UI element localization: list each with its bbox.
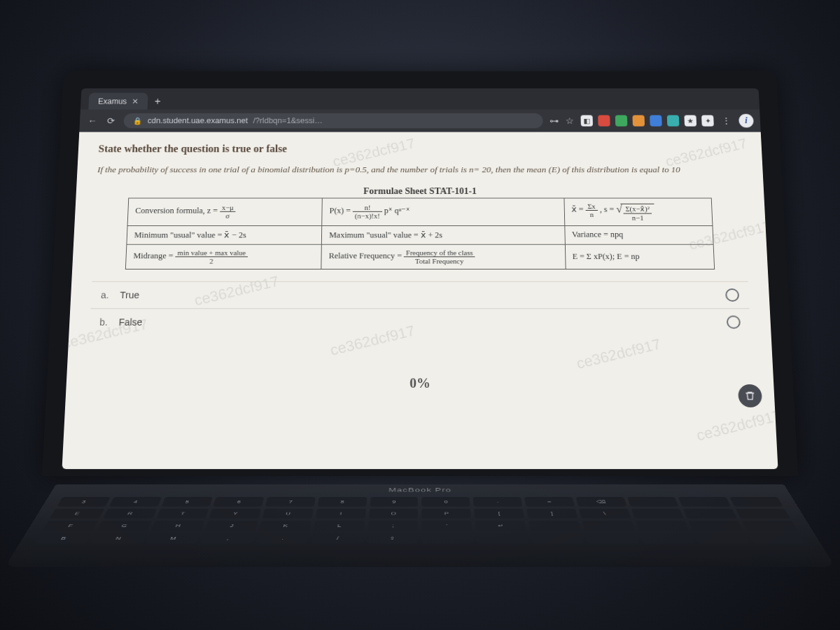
keyboard: MacBook Pro 34567890-=⌫ERTYUIOP[]\FGHJKL… xyxy=(5,484,835,567)
radio-icon[interactable] xyxy=(727,315,741,328)
key: ; xyxy=(368,521,418,531)
key: , xyxy=(201,533,255,544)
key: 5 xyxy=(161,497,213,506)
key xyxy=(422,533,474,544)
key: I xyxy=(316,509,366,519)
key xyxy=(678,497,731,506)
reload-icon[interactable]: ⟳ xyxy=(105,115,118,125)
key: 0 xyxy=(422,497,470,506)
key: / xyxy=(312,533,364,544)
key xyxy=(582,521,635,531)
star-icon[interactable]: ☆ xyxy=(566,115,575,125)
key-icon[interactable]: ⊶ xyxy=(550,115,559,125)
key: H xyxy=(150,521,204,531)
key: . xyxy=(256,533,309,544)
tab-title: Examus xyxy=(98,97,127,106)
browser-tabbar: Examus ✕ + xyxy=(80,88,760,109)
ext-icon[interactable] xyxy=(598,115,610,126)
key xyxy=(748,533,805,544)
key: F xyxy=(43,521,98,531)
info-badge-icon[interactable]: i xyxy=(738,114,754,128)
progress-area: 0% xyxy=(87,375,753,391)
key xyxy=(627,497,679,506)
key xyxy=(531,533,584,544)
key: 4 xyxy=(109,497,162,506)
key xyxy=(730,497,783,506)
back-icon[interactable]: ← xyxy=(86,115,99,125)
key xyxy=(694,533,750,544)
close-tab-icon[interactable]: ✕ xyxy=(132,97,139,106)
formula-cell: x̄ = Σxn , s = Σ(x−x̄)²n−1 xyxy=(564,198,713,225)
key: ↵ xyxy=(475,521,526,531)
key: \ xyxy=(579,509,631,519)
ext-icon[interactable] xyxy=(615,115,628,126)
url-host: cdn.student.uae.examus.net xyxy=(148,116,248,125)
key xyxy=(585,533,639,544)
browser-address-bar: ← ⟳ 🔒 cdn.student.uae.examus.net/?rldbqn… xyxy=(79,109,760,132)
option-key: b. xyxy=(99,316,119,327)
key xyxy=(640,533,695,544)
key: [ xyxy=(474,509,524,519)
screen: Examus ✕ + ← ⟳ 🔒 cdn.student.uae.examus.… xyxy=(62,88,778,469)
ext-icon[interactable]: ✦ xyxy=(701,115,714,126)
radio-icon[interactable] xyxy=(725,288,739,302)
url-field[interactable]: 🔒 cdn.student.uae.examus.net/?rldbqn=1&s… xyxy=(123,113,543,128)
page-content: ce362dcf917 ce362dcf917 ce362dcf917 ce36… xyxy=(62,132,778,470)
key: E xyxy=(50,509,104,519)
formula-cell: Variance = npq xyxy=(564,225,713,244)
formula-cell: Conversion formula, z = x−μσ xyxy=(127,198,322,225)
formula-cell: Relative Frequency = Frequency of the cl… xyxy=(321,244,566,269)
formula-sheet-title: Formulae Sheet STAT-101-1 xyxy=(96,186,743,197)
question-instruction: State whether the question is true or fa… xyxy=(98,144,742,155)
ext-icon[interactable] xyxy=(632,115,645,126)
trash-button[interactable] xyxy=(738,384,762,407)
new-tab-button[interactable]: + xyxy=(148,93,168,109)
key: T xyxy=(156,509,209,519)
formula-cell: Maximum "usual" value = x̄ + 2s xyxy=(322,225,565,244)
key: ⌫ xyxy=(576,497,627,506)
answer-option-b[interactable]: b. False xyxy=(90,308,751,335)
ext-icon[interactable]: ★ xyxy=(684,115,696,126)
ext-icon[interactable] xyxy=(667,115,680,126)
formula-cell: Minimum "usual" value = x̄ − 2s xyxy=(127,225,322,244)
key xyxy=(476,533,528,544)
key xyxy=(631,509,684,519)
key xyxy=(689,521,743,531)
option-text: True xyxy=(120,290,726,300)
key: R xyxy=(103,509,157,519)
formula-cell: E = Σ xP(x); E = np xyxy=(565,244,714,269)
key: - xyxy=(473,497,522,506)
key: P xyxy=(422,509,472,519)
key: ⇧ xyxy=(367,533,419,544)
laptop-frame: Examus ✕ + ← ⟳ 🔒 cdn.student.uae.examus.… xyxy=(42,71,798,476)
key: 8 xyxy=(318,497,367,506)
key: 7 xyxy=(265,497,316,506)
option-text: False xyxy=(118,316,727,327)
key: J xyxy=(205,521,258,531)
answer-option-a[interactable]: a. True xyxy=(91,281,750,308)
key: 3 xyxy=(57,497,110,506)
question-text: If the probability of success in one tri… xyxy=(97,164,743,176)
extension-row: ◧ ★ ✦ xyxy=(580,115,713,126)
key: K xyxy=(259,521,312,531)
key: = xyxy=(524,497,575,506)
browser-tab[interactable]: Examus ✕ xyxy=(88,93,148,110)
key xyxy=(683,509,737,519)
key: ' xyxy=(422,521,472,531)
key: U xyxy=(262,509,314,519)
url-path: /?rldbqn=1&sessi… xyxy=(253,116,322,125)
key: O xyxy=(369,509,419,519)
ext-icon[interactable] xyxy=(650,115,662,126)
formula-sheet-table: Conversion formula, z = x−μσ P(x) = n!(n… xyxy=(125,198,715,270)
key xyxy=(635,521,689,531)
key: B xyxy=(35,533,92,544)
key: L xyxy=(314,521,365,531)
lock-icon: 🔒 xyxy=(133,117,143,125)
menu-icon[interactable]: ⋮ xyxy=(720,115,733,125)
url-actions: ⊶ ☆ xyxy=(550,115,574,125)
formula-cell: P(x) = n!(n−x)!x! pˣ qⁿ⁻ˣ xyxy=(322,198,564,225)
key: 9 xyxy=(370,497,418,506)
ext-icon[interactable]: ◧ xyxy=(580,115,592,126)
key: N xyxy=(90,533,146,544)
progress-percent: 0% xyxy=(87,375,753,391)
